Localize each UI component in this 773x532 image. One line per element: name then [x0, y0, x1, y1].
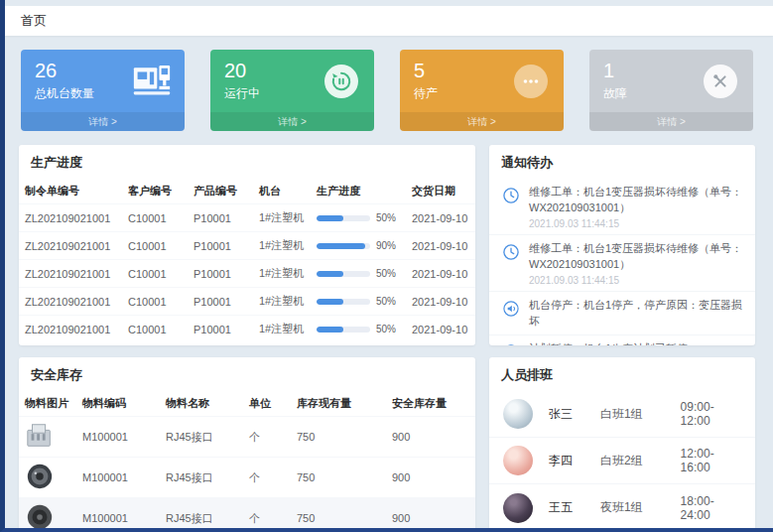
detail-link[interactable]: 详情 > [400, 112, 564, 131]
cell-machine: 1#注塑机 [253, 288, 311, 316]
cell-code: M100001 [76, 417, 160, 458]
notification-body: 维修工单：机台1变压器损坏待维修（单号：WX202109031001） 2021… [529, 241, 743, 286]
cell-product: P10001 [188, 260, 253, 288]
cell-image [19, 458, 76, 498]
table-row: ZL202109021001 C10001 P10001 1#注塑机 50% [19, 288, 475, 316]
detail-link[interactable]: 详情 > [210, 112, 374, 131]
table-header-row: 制令单编号 客户编号 产品编号 机台 生产进度 交货日期 [19, 179, 475, 204]
avatar [503, 493, 533, 523]
employee-name: 张三 [549, 406, 600, 423]
cell-product: P10001 [188, 232, 253, 260]
cell-customer: C10001 [122, 316, 188, 343]
table-row: ZL202109021001 C10001 P10001 1#注塑机 50% [19, 316, 475, 343]
schedule-row: 李四 白班2组 12:00-16:00 [489, 438, 755, 484]
inventory-table: 物料图片 物料编码 物料名称 单位 库存现有量 安全库存量 [19, 391, 475, 532]
progress-label: 50% [376, 268, 396, 279]
detail-link[interactable]: 详情 > [21, 112, 185, 131]
progress-label: 90% [376, 240, 396, 251]
cell-customer: C10001 [122, 232, 188, 260]
cell-date: 2021-09-10 [406, 204, 475, 232]
shift-time: 18:00-24:00 [681, 494, 737, 522]
progress-track [317, 215, 370, 221]
cell-name: RJ45接口 [160, 417, 243, 458]
speaker-photo [25, 522, 55, 532]
cell-customer: C10001 [122, 260, 188, 288]
table-row: M100001 RJ45接口 个 750 900 [19, 498, 475, 532]
cell-progress: 50% [311, 288, 406, 316]
panel-title-schedule: 人员排班 [489, 357, 755, 391]
progress-track [317, 243, 370, 249]
progress-bar: 50% [317, 212, 400, 223]
notification-text: 维修工单：机台1变压器损坏待维修（单号：WX202109031001） [529, 241, 743, 273]
progress-track [317, 271, 370, 277]
column-header-progress: 生产进度 [311, 179, 406, 204]
table-row: ZL202109021001 C10001 P10001 1#注塑机 50% [19, 260, 475, 288]
shift-label: 白班1组 [600, 406, 681, 423]
column-header-safety: 安全库存量 [386, 391, 475, 417]
table-row: M100001 RJ45接口 个 750 900 [19, 417, 475, 458]
column-header-customer: 客户编号 [122, 179, 188, 204]
progress-bar: 90% [317, 240, 400, 251]
cell-code: M100001 [76, 458, 160, 498]
notification-item[interactable]: 维修工单：机台1变压器损坏待维修（单号：WX202109031001） 2021… [489, 235, 755, 292]
staff-schedule-panel: 人员排班 张三 白班1组 09:00-12:00 李四 白班2组 12:00-1… [489, 357, 755, 532]
schedule-row: 王五 夜班1组 18:00-24:00 [489, 484, 755, 531]
notification-item[interactable]: 机台停产：机台1停产，停产原因：变压器损坏 [489, 292, 755, 335]
progress-track [317, 327, 370, 332]
cell-safety: 900 [386, 498, 475, 532]
cell-machine: 1#注塑机 [253, 316, 311, 343]
table-row: ZL202109021001 C10001 P10001 1#注塑机 90% [19, 232, 475, 260]
cell-machine: 1#注塑机 [253, 260, 311, 288]
clock-icon [501, 242, 521, 262]
stat-card-waiting: 5 待产 详情 > [400, 50, 564, 131]
stat-cards-row: 26 总机台数量 详情 > 20 [21, 50, 753, 131]
dashboard-page: 首页 26 总机台数量 [0, 0, 773, 532]
cell-customer: C10001 [122, 204, 188, 232]
panel-title-inventory: 安全库存 [19, 357, 475, 391]
notification-item[interactable]: 计划暂停：机台1生产计划已暂停 2021.09.03 11:44:15 [489, 335, 755, 345]
round-connector-photo [25, 481, 55, 493]
right-column: 通知待办 维修工单：机台1变压器损坏待维修（单号：WX202109031001） [489, 145, 755, 532]
progress-fill [317, 243, 365, 249]
cell-unit: 个 [243, 498, 291, 532]
progress-fill [317, 215, 343, 221]
safety-inventory-panel: 安全库存 物料图片 物料编码 物料名称 单位 库存现有量 安全库存量 [19, 357, 475, 532]
column-header-unit: 单位 [243, 391, 291, 417]
notification-list: 维修工单：机台1变压器损坏待维修（单号：WX202109031001） 2021… [489, 179, 755, 345]
cell-unit: 个 [243, 458, 291, 498]
running-icon [324, 65, 358, 98]
machine-icon [131, 65, 173, 96]
ellipsis-icon [514, 65, 548, 98]
production-table: 制令单编号 客户编号 产品编号 机台 生产进度 交货日期 ZL202109021… [19, 179, 475, 342]
progress-fill [317, 299, 343, 305]
shift-time: 12:00-16:00 [681, 447, 737, 474]
cell-date: 2021-09-10 [406, 260, 475, 288]
panel-title-production: 生产进度 [19, 145, 475, 179]
progress-label: 50% [376, 212, 396, 223]
cell-code: M100001 [76, 498, 160, 532]
progress-fill [317, 327, 343, 332]
progress-track [317, 299, 370, 305]
cell-stock: 750 [291, 458, 386, 498]
cell-order: ZL202109021001 [19, 288, 122, 316]
cell-machine: 1#注塑机 [253, 232, 311, 260]
cell-image [19, 417, 76, 458]
page-title: 首页 [21, 12, 47, 30]
column-header-date: 交货日期 [406, 179, 475, 204]
progress-bar: 50% [317, 324, 400, 334]
detail-link[interactable]: 详情 > [589, 112, 753, 131]
cell-order: ZL202109021001 [19, 316, 122, 343]
column-header-order: 制令单编号 [19, 179, 122, 204]
notification-body: 机台停产：机台1停产，停产原因：变压器损坏 [529, 298, 743, 330]
cell-date: 2021-09-10 [406, 316, 475, 343]
shift-label: 夜班1组 [600, 499, 681, 516]
cell-name: RJ45接口 [160, 498, 243, 532]
progress-fill [317, 271, 343, 277]
shift-label: 白班2组 [600, 453, 681, 469]
cell-order: ZL202109021001 [19, 204, 122, 232]
notification-item[interactable]: 维修工单：机台1变压器损坏待维修（单号：WX202109031001） 2021… [489, 179, 755, 235]
cell-unit: 个 [243, 417, 291, 458]
production-progress-panel: 生产进度 制令单编号 客户编号 产品编号 机台 生产进度 交货日期 [19, 145, 475, 345]
table-row: M100001 RJ45接口 个 750 900 [19, 458, 475, 498]
cell-product: P10001 [188, 288, 253, 316]
